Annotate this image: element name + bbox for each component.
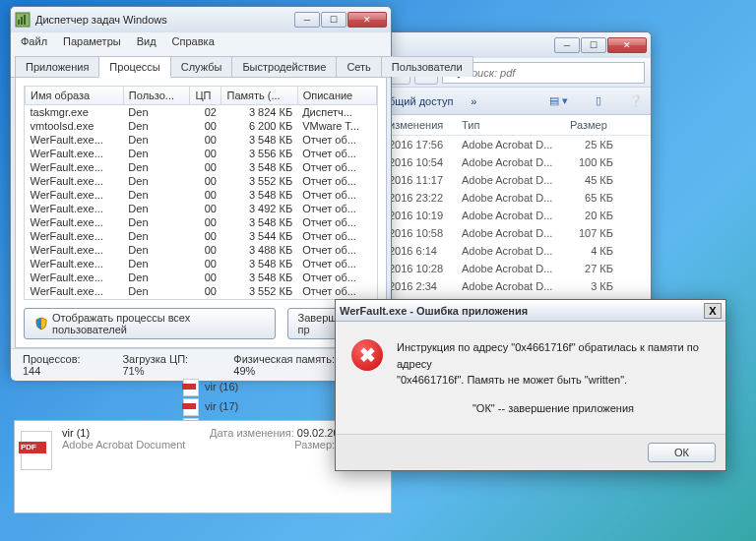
menu-item[interactable]: Вид (129, 32, 164, 52)
col-modified[interactable]: изменения (381, 115, 454, 135)
svg-rect-3 (24, 15, 26, 25)
table-row[interactable]: WerFault.exe...Den003 548 КБОтчет об... (26, 160, 377, 174)
table-row[interactable]: WerFault.exe...Den003 544 КБОтчет об... (26, 229, 377, 243)
explorer-titlebar[interactable]: ─ ☐ ✕ (381, 32, 651, 58)
taskmgr-tabs: ПриложенияПроцессыСлужбыБыстродействиеСе… (11, 52, 391, 78)
list-item[interactable]: 2016 17:56Adobe Acrobat D...25 КБ (381, 136, 651, 153)
maximize-button[interactable]: ☐ (581, 37, 606, 53)
column-header[interactable]: Пользо... (123, 87, 190, 105)
error-dialog: WerFault.exe - Ошибка приложения X ✖ Инс… (335, 299, 726, 471)
list-item[interactable]: 2016 2:34Adobe Acrobat D...3 КБ (381, 277, 651, 295)
tab[interactable]: Службы (170, 56, 233, 77)
table-row[interactable]: WerFault.exe...Den003 552 КБОтчет об... (26, 174, 377, 188)
svg-rect-1 (18, 20, 20, 25)
taskmgr-title: Диспетчер задач Windows (35, 14, 294, 26)
overflow-chevron-icon[interactable]: » (471, 95, 476, 107)
table-row[interactable]: WerFault.exe...Den003 488 КБОтчет об... (26, 243, 377, 257)
shield-icon (34, 317, 48, 331)
table-row[interactable]: WerFault.exe...Den003 548 КБОтчет об... (26, 270, 377, 284)
menu-item[interactable]: Параметры (55, 32, 129, 52)
error-icon: ✖ (351, 339, 383, 371)
table-row[interactable]: WerFault.exe...Den003 548 КБОтчет об... (26, 215, 377, 229)
list-item[interactable]: vir (17) (183, 397, 238, 417)
pdf-icon (21, 431, 52, 470)
list-item[interactable]: 2016 10:19Adobe Acrobat D...20 КБ (381, 207, 651, 224)
table-row[interactable]: WerFault.exe...Den003 492 КБОтчет об... (26, 202, 377, 215)
taskmgr-menubar: ФайлПараметрыВидСправка (11, 32, 391, 52)
list-item[interactable]: 2016 10:58Adobe Acrobat D...107 КБ (381, 224, 651, 242)
preview-pane-icon[interactable]: ▯ (596, 94, 601, 107)
table-row[interactable]: WerFault.exe...Den003 552 КБОтчет об... (26, 284, 377, 298)
status-cpu: Загрузка ЦП: 71% (122, 353, 210, 377)
table-row[interactable]: WerFault.exe...Den003 556 КБОтчет об... (26, 147, 377, 160)
tab[interactable]: Пользователи (381, 56, 473, 77)
dialog-titlebar[interactable]: WerFault.exe - Ошибка приложения X (336, 300, 725, 322)
list-item[interactable]: 2016 23:22Adobe Acrobat D...65 КБ (381, 189, 651, 207)
table-row[interactable]: WerFault.exe...Den003 548 КБОтчет об... (26, 133, 377, 147)
table-row[interactable]: WerFault.exe...Den003 548 КБОтчет об... (26, 188, 377, 202)
svg-rect-2 (21, 17, 23, 25)
minimize-button[interactable]: ─ (294, 12, 320, 28)
ok-button[interactable]: ОК (648, 443, 716, 462)
column-header[interactable]: Имя образа (26, 87, 124, 105)
share-menu[interactable]: бщий доступ (389, 95, 453, 107)
explorer-commandbar: бщий доступ » ▤ ▾ ▯ ❔ (381, 88, 651, 115)
list-item[interactable]: 2016 10:54Adobe Acrobat D...100 КБ (381, 153, 651, 171)
tab[interactable]: Быстродействие (231, 56, 337, 77)
col-type[interactable]: Тип (454, 115, 562, 135)
taskmgr-icon (15, 12, 31, 28)
table-row[interactable]: vmtoolsd.exeDen006 200 КБVMware T... (26, 119, 377, 133)
menu-item[interactable]: Файл (13, 32, 55, 52)
list-item[interactable]: 2016 11:17Adobe Acrobat D...45 КБ (381, 171, 651, 189)
pdf-icon (183, 379, 199, 396)
show-all-users-button[interactable]: Отображать процессы всех пользователей (24, 308, 276, 339)
column-header[interactable]: Память (... (221, 87, 297, 105)
table-row[interactable]: WerFault.exe...Den003 548 КБОтчет об... (26, 257, 377, 270)
dialog-message: Инструкция по адресу "0x4661716f" обрати… (397, 339, 710, 416)
status-processes: Процессов: 144 (23, 353, 98, 377)
list-item[interactable]: vir (16) (183, 378, 238, 397)
explorer-columns: изменения Тип Размер (381, 115, 651, 136)
preview-filetype: Adobe Acrobat Document (62, 439, 210, 451)
list-item[interactable]: 2016 10:28Adobe Acrobat D...27 КБ (381, 260, 651, 277)
pdf-icon (183, 398, 199, 416)
tab[interactable]: Приложения (15, 56, 99, 77)
col-size[interactable]: Размер (562, 115, 631, 135)
taskmgr-titlebar[interactable]: Диспетчер задач Windows ─ ☐ ✕ (11, 7, 391, 32)
tab[interactable]: Сеть (336, 56, 381, 77)
close-button[interactable]: ✕ (347, 12, 387, 28)
column-header[interactable]: ЦП (190, 87, 221, 105)
maximize-button[interactable]: ☐ (321, 12, 346, 28)
dialog-title: WerFault.exe - Ошибка приложения (340, 305, 704, 317)
table-row[interactable]: taskmgr.exeDen023 824 КБДиспетч... (26, 105, 377, 120)
list-item[interactable]: 2016 6:14Adobe Acrobat D...4 КБ (381, 242, 651, 260)
dialog-close-icon[interactable]: X (704, 303, 722, 319)
view-icon[interactable]: ▤ ▾ (549, 94, 568, 107)
minimize-button[interactable]: ─ (554, 37, 580, 53)
preview-filename: vir (1) (62, 427, 210, 439)
menu-item[interactable]: Справка (164, 32, 222, 52)
help-icon[interactable]: ❔ (629, 94, 643, 107)
process-table: Имя образаПользо...ЦППамять (...Описание… (25, 87, 377, 298)
close-button[interactable]: ✕ (607, 37, 647, 53)
column-header[interactable]: Описание (297, 87, 376, 105)
tab[interactable]: Процессы (98, 56, 170, 78)
